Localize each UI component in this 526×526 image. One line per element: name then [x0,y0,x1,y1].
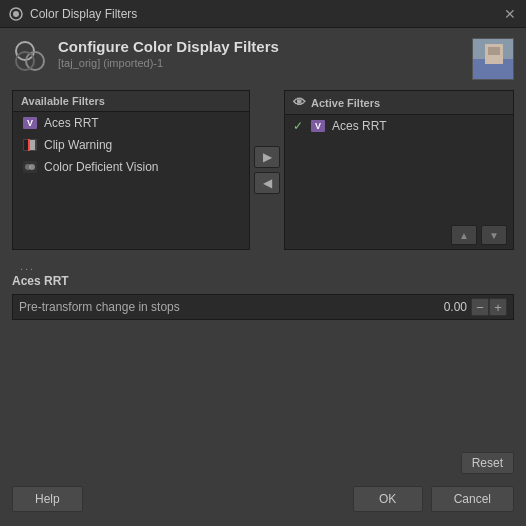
reset-row: Reset [12,452,514,474]
active-filters-title: Active Filters [311,97,380,109]
dots-row: ... [12,258,514,274]
header-text: Configure Color Display Filters [taj_ori… [58,38,472,69]
param-row: Pre-transform change in stops 0.00 − + [12,294,514,320]
section-title: Aces RRT [12,274,514,288]
dialog-body: Configure Color Display Filters [taj_ori… [0,28,526,526]
filter-label-aces-rrt: Aces RRT [44,116,98,130]
color-deficient-icon [21,160,39,174]
filter-item-color-deficient[interactable]: Color Deficient Vision [13,156,249,178]
filter-label-clip-warning: Clip Warning [44,138,112,152]
eye-icon: 👁 [293,95,306,110]
remove-filter-button[interactable]: ◀ [254,172,280,194]
bottom-bar: Help OK Cancel [12,478,514,516]
app-icon [8,6,24,22]
param-plus-button[interactable]: + [489,298,507,316]
param-minus-button[interactable]: − [471,298,489,316]
cancel-button[interactable]: Cancel [431,486,514,512]
header-row: Configure Color Display Filters [taj_ori… [12,38,514,80]
active-filters-panel: 👁 Active Filters ✓ V Aces RRT ▲ ▼ [284,90,514,250]
move-up-button[interactable]: ▲ [451,225,477,245]
svg-point-15 [29,164,35,170]
svg-rect-8 [488,47,500,55]
move-down-button[interactable]: ▼ [481,225,507,245]
title-bar: Color Display Filters ✕ [0,0,526,28]
filter-item-clip-warning[interactable]: Clip Warning [13,134,249,156]
check-icon: ✓ [293,119,305,133]
svg-point-1 [13,11,19,17]
updown-row: ▲ ▼ [285,221,513,249]
title-bar-text: Color Display Filters [30,7,502,21]
active-filter-aces-rrt[interactable]: ✓ V Aces RRT [285,115,513,137]
available-filters-header: Available Filters [13,91,249,112]
available-filters-panel: Available Filters V Aces RRT Clip Warnin… [12,90,250,250]
aces-rrt-icon: V [21,116,39,130]
dots-indicator: ... [20,260,35,272]
filter-label-color-deficient: Color Deficient Vision [44,160,159,174]
close-button[interactable]: ✕ [502,6,518,22]
active-filter-label-aces-rrt: Aces RRT [332,119,386,133]
thumbnail [472,38,514,80]
reset-button[interactable]: Reset [461,452,514,474]
header-icon [12,38,48,74]
svg-rect-11 [30,140,35,150]
param-label: Pre-transform change in stops [19,300,437,314]
help-button[interactable]: Help [12,486,83,512]
clip-warning-icon [21,138,39,152]
active-aces-rrt-icon: V [309,119,327,133]
add-filter-button[interactable]: ▶ [254,146,280,168]
filters-row: Available Filters V Aces RRT Clip Warnin… [12,90,514,250]
dialog-title: Configure Color Display Filters [58,38,472,55]
ok-button[interactable]: OK [353,486,423,512]
arrows-column: ▶ ◀ [250,90,284,250]
active-filters-header: 👁 Active Filters [285,91,513,115]
param-value: 0.00 [437,300,467,314]
filter-item-aces-rrt[interactable]: V Aces RRT [13,112,249,134]
dialog-subtitle: [taj_orig] (imported)-1 [58,57,472,69]
